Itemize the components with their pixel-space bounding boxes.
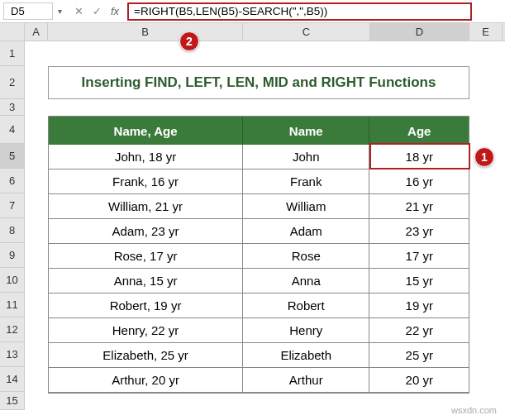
cell[interactable]: 23 yr bbox=[369, 219, 469, 244]
row-header-14[interactable]: 14 bbox=[0, 367, 25, 392]
cell[interactable]: 16 yr bbox=[369, 169, 469, 194]
column-headers: A B C D E bbox=[0, 23, 505, 41]
cell[interactable]: Robert, 19 yr bbox=[49, 294, 243, 318]
cell[interactable]: 18 yr bbox=[369, 145, 469, 169]
row-header-15[interactable]: 15 bbox=[0, 392, 25, 410]
row-header-7[interactable]: 7 bbox=[0, 193, 25, 218]
annotation-badge-1: 1 bbox=[474, 147, 494, 167]
cell[interactable]: 20 yr bbox=[369, 368, 469, 393]
cell[interactable]: 19 yr bbox=[369, 294, 469, 318]
table-row: Henry, 22 yr Henry 22 yr bbox=[49, 318, 469, 343]
header-name-age[interactable]: Name, Age bbox=[49, 117, 243, 145]
row-header-9[interactable]: 9 bbox=[0, 243, 25, 268]
row-header-6[interactable]: 6 bbox=[0, 169, 25, 193]
row-header-13[interactable]: 13 bbox=[0, 342, 25, 367]
col-header-D[interactable]: D bbox=[370, 23, 469, 41]
cell[interactable]: Henry, 22 yr bbox=[49, 318, 243, 343]
data-table: Name, Age Name Age John, 18 yr John 18 y… bbox=[48, 116, 469, 394]
row-header-11[interactable]: 11 bbox=[0, 293, 25, 317]
cell[interactable]: 22 yr bbox=[369, 318, 469, 343]
name-box-dropdown-icon[interactable]: ▾ bbox=[53, 7, 66, 16]
cell[interactable]: Henry bbox=[243, 318, 369, 343]
row-header-10[interactable]: 10 bbox=[0, 268, 25, 293]
row-header-8[interactable]: 8 bbox=[0, 218, 25, 243]
accept-icon[interactable]: ✓ bbox=[89, 5, 104, 17]
cell[interactable]: Adam, 23 yr bbox=[49, 219, 243, 244]
cell[interactable]: John bbox=[243, 145, 369, 169]
table-row: Rose, 17 yr Rose 17 yr bbox=[49, 244, 469, 269]
annotation-badge-2: 2 bbox=[179, 31, 199, 51]
select-all-corner[interactable] bbox=[0, 23, 25, 41]
cell[interactable]: Adam bbox=[243, 219, 369, 244]
watermark: wsxdn.com bbox=[451, 405, 497, 415]
cell[interactable]: Elizabeth, 25 yr bbox=[49, 343, 243, 368]
cell[interactable]: Rose bbox=[243, 244, 369, 269]
row-headers: 1 2 3 4 5 6 7 8 9 10 11 12 13 14 15 bbox=[0, 41, 25, 410]
cell[interactable]: Arthur, 20 yr bbox=[49, 368, 243, 393]
cell[interactable]: 17 yr bbox=[369, 244, 469, 269]
cell[interactable]: 25 yr bbox=[369, 343, 469, 368]
formula-input[interactable]: =RIGHT(B5,LEN(B5)-SEARCH(",",B5)) bbox=[127, 2, 472, 21]
name-box[interactable]: D5 bbox=[3, 2, 53, 20]
cell[interactable]: 21 yr bbox=[369, 194, 469, 219]
cell[interactable]: Elizabeth bbox=[243, 343, 369, 368]
row-header-2[interactable]: 2 bbox=[0, 66, 25, 99]
col-header-C[interactable]: C bbox=[243, 23, 370, 41]
cell[interactable]: William, 21 yr bbox=[49, 194, 243, 219]
table-header-row: Name, Age Name Age bbox=[49, 117, 469, 145]
table-row: Robert, 19 yr Robert 19 yr bbox=[49, 294, 469, 318]
formula-bar-icons: ✕ ✓ fx bbox=[66, 5, 127, 17]
row-header-3[interactable]: 3 bbox=[0, 99, 25, 116]
row-header-1[interactable]: 1 bbox=[0, 41, 25, 66]
cell[interactable]: Rose, 17 yr bbox=[49, 244, 243, 269]
header-age[interactable]: Age bbox=[369, 117, 469, 145]
table-row: Adam, 23 yr Adam 23 yr bbox=[49, 219, 469, 244]
col-header-B[interactable]: B bbox=[48, 23, 243, 41]
cell[interactable]: Robert bbox=[243, 294, 369, 318]
row-header-12[interactable]: 12 bbox=[0, 317, 25, 342]
cell[interactable]: Frank, 16 yr bbox=[49, 169, 243, 194]
col-header-E[interactable]: E bbox=[469, 23, 503, 41]
cell[interactable]: Anna, 15 yr bbox=[49, 269, 243, 294]
cell[interactable]: Frank bbox=[243, 169, 369, 194]
cell[interactable]: Arthur bbox=[243, 368, 369, 393]
cells-area[interactable]: Inserting FIND, LEFT, LEN, MID and RIGHT… bbox=[25, 41, 505, 410]
table-row: Frank, 16 yr Frank 16 yr bbox=[49, 169, 469, 194]
table-row: Elizabeth, 25 yr Elizabeth 25 yr bbox=[49, 343, 469, 368]
fx-icon[interactable]: fx bbox=[107, 5, 122, 17]
spreadsheet-grid: A B C D E 1 2 3 4 5 6 7 8 9 10 11 12 13 … bbox=[0, 23, 505, 410]
row-header-4[interactable]: 4 bbox=[0, 116, 25, 144]
cell[interactable]: William bbox=[243, 194, 369, 219]
title-cell[interactable]: Inserting FIND, LEFT, LEN, MID and RIGHT… bbox=[48, 66, 469, 99]
cell[interactable]: Anna bbox=[243, 269, 369, 294]
row-header-5[interactable]: 5 bbox=[0, 144, 25, 169]
table-row: John, 18 yr John 18 yr bbox=[49, 145, 469, 169]
table-row: Arthur, 20 yr Arthur 20 yr bbox=[49, 368, 469, 393]
table-row: Anna, 15 yr Anna 15 yr bbox=[49, 269, 469, 294]
col-header-A[interactable]: A bbox=[25, 23, 48, 41]
cell[interactable]: 15 yr bbox=[369, 269, 469, 294]
cancel-icon[interactable]: ✕ bbox=[71, 5, 86, 17]
formula-bar: D5 ▾ ✕ ✓ fx =RIGHT(B5,LEN(B5)-SEARCH(","… bbox=[0, 0, 505, 23]
header-name[interactable]: Name bbox=[243, 117, 369, 145]
table-row: William, 21 yr William 21 yr bbox=[49, 194, 469, 219]
cell[interactable]: John, 18 yr bbox=[49, 145, 243, 169]
